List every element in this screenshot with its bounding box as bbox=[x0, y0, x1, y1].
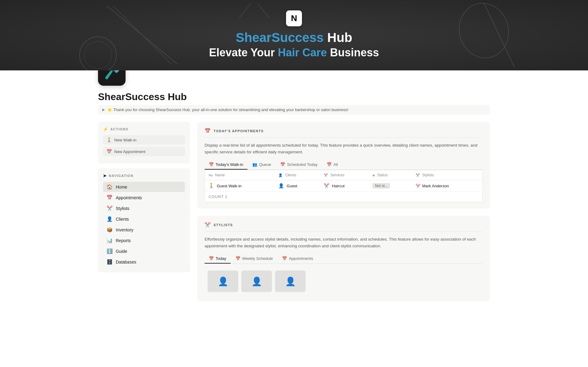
databases-icon: 🗄️ bbox=[107, 259, 113, 265]
stylists-card-icon: ✂️ bbox=[205, 222, 211, 228]
clients-icon: 👤 bbox=[107, 216, 113, 222]
appointments-table-wrapper: Aa Name 👤 Clients ✂️ Services bbox=[205, 170, 483, 202]
actions-section: ⚡ ACTIONS 🚶 New Walk-in 📅 New Appointmen… bbox=[98, 122, 190, 163]
row-name: 🚶 Guest Walk-in bbox=[205, 180, 275, 192]
tab-walkin-icon: 📅 bbox=[209, 162, 214, 167]
row-service: ✂️ Haircut bbox=[320, 180, 369, 192]
appointments-icon: 📅 bbox=[107, 195, 113, 200]
callout-arrow: ▶ bbox=[102, 108, 105, 112]
tab-queue-icon: 👥 bbox=[252, 162, 257, 167]
sidebar-item-stylists[interactable]: ✂️ Stylists bbox=[103, 203, 185, 213]
nav-inventory-label: Inventory bbox=[116, 227, 134, 232]
tab-all[interactable]: 📅 All bbox=[322, 160, 342, 170]
tab-appointments[interactable]: 📅 Appointments bbox=[278, 254, 318, 264]
stylist-tag: ✂️ Mark Anderson bbox=[416, 184, 479, 188]
header-subtitle: Elevate Your Hair Care Business bbox=[209, 46, 379, 60]
guest-avatar-icon: 👤 bbox=[278, 183, 284, 188]
preview-thumb-1: 👤 bbox=[208, 271, 238, 292]
tab-today[interactable]: 📅 Today bbox=[205, 254, 231, 264]
col-name: Aa Name bbox=[205, 170, 275, 180]
new-walkin-button[interactable]: 🚶 New Walk-in bbox=[103, 135, 185, 144]
sidebar-item-clients[interactable]: 👤 Clients bbox=[103, 214, 185, 224]
navigation-title: ➤ NAVIGATION bbox=[103, 173, 185, 178]
stylists-tabs: 📅 Today 📅 Weekly Schedule 📅 Appointments bbox=[205, 254, 483, 264]
appointments-card: 📅 TODAY'S APPOINTMENTS Display a real-ti… bbox=[197, 122, 490, 208]
row-client: 👤 Guest bbox=[275, 180, 320, 192]
nav-guide-label: Guide bbox=[116, 249, 127, 254]
count-cell: COUNT 1 bbox=[205, 192, 482, 202]
tab-weekly-icon: 📅 bbox=[236, 256, 240, 261]
sidebar-item-inventory[interactable]: 📦 Inventory bbox=[103, 225, 185, 235]
col-status-icon: ◈ bbox=[372, 173, 375, 177]
col-clients: 👤 Clients bbox=[275, 170, 320, 180]
nav-databases-label: Databases bbox=[116, 260, 136, 264]
stylists-card-title: ✂️ STYLISTS bbox=[205, 222, 483, 228]
col-status: ◈ Status bbox=[369, 170, 412, 180]
stylist-icon: ✂️ bbox=[416, 184, 420, 188]
svg-point-2 bbox=[80, 37, 116, 70]
sidebar-item-reports[interactable]: 📊 Reports bbox=[103, 235, 185, 245]
new-appointment-button[interactable]: 📅 New Appointment bbox=[103, 147, 185, 156]
svg-line-7 bbox=[257, 3, 270, 18]
tab-appt-icon: 📅 bbox=[282, 256, 287, 261]
tab-weekly-schedule[interactable]: 📅 Weekly Schedule bbox=[231, 254, 277, 264]
preview-thumb-3: 👤 bbox=[275, 271, 306, 292]
svg-line-1 bbox=[113, 6, 172, 64]
walkin-row-icon: 🚶 bbox=[209, 183, 214, 188]
svg-line-6 bbox=[239, 3, 251, 18]
main-content: 📅 TODAY'S APPOINTMENTS Display a real-ti… bbox=[197, 122, 490, 309]
page-title: ShearSuccess Hub bbox=[98, 91, 490, 103]
walkin-label: New Walk-in bbox=[114, 138, 136, 142]
svg-line-0 bbox=[107, 6, 178, 64]
walkin-icon: 🚶 bbox=[107, 137, 112, 142]
col-services-icon: ✂️ bbox=[324, 173, 328, 177]
nav-home-label: Home bbox=[116, 185, 127, 189]
nav-stylists-label: Stylists bbox=[116, 206, 129, 211]
tab-todays-walkin[interactable]: 📅 Today's Walk-in bbox=[205, 160, 247, 170]
tab-queue[interactable]: 👥 Queue bbox=[248, 160, 275, 170]
row-stylist: ✂️ Mark Anderson bbox=[412, 180, 482, 192]
notion-logo: N bbox=[286, 10, 302, 26]
sidebar-item-home[interactable]: 🏠 Home bbox=[103, 182, 185, 192]
col-clients-icon: 👤 bbox=[278, 173, 283, 177]
status-badge: Not st... bbox=[372, 183, 390, 189]
guide-icon: ℹ️ bbox=[107, 248, 113, 254]
col-services: ✂️ Services bbox=[320, 170, 369, 180]
tab-all-icon: 📅 bbox=[327, 162, 332, 167]
callout-text: ⭐ Thank you for choosing ShearSuccess Hu… bbox=[107, 107, 349, 112]
stylists-icon: ✂️ bbox=[107, 205, 113, 211]
col-name-icon: Aa bbox=[209, 173, 213, 177]
svg-line-5 bbox=[484, 3, 514, 67]
subtitle-callout[interactable]: ▶ ⭐ Thank you for choosing ShearSuccess … bbox=[98, 105, 490, 114]
appointments-table: Aa Name 👤 Clients ✂️ Services bbox=[205, 170, 482, 202]
sidebar-item-databases[interactable]: 🗄️ Databases bbox=[103, 257, 185, 267]
tab-scheduled-icon: 📅 bbox=[280, 162, 285, 167]
nav-reports-label: Reports bbox=[116, 238, 131, 243]
service-icon: ✂️ bbox=[324, 183, 330, 188]
home-icon: 🏠 bbox=[107, 184, 113, 190]
appointment-icon: 📅 bbox=[107, 149, 112, 154]
appointment-label: New Appointment bbox=[114, 149, 145, 154]
sidebar-item-appointments[interactable]: 📅 Appointments bbox=[103, 193, 185, 203]
stylists-description: Effortlessly organize and access stylist… bbox=[205, 236, 483, 249]
navigation-icon: ➤ bbox=[103, 173, 107, 178]
navigation-section: ➤ NAVIGATION 🏠 Home 📅 Appointments ✂️ St… bbox=[98, 168, 190, 272]
appointments-tabs: 📅 Today's Walk-in 👥 Queue 📅 Scheduled To… bbox=[205, 160, 483, 170]
stylists-preview: 👤 👤 👤 bbox=[205, 268, 483, 295]
tab-today-icon: 📅 bbox=[209, 256, 214, 261]
row-status: Not st... bbox=[369, 180, 412, 192]
header-banner: N ShearSuccess Hub Elevate Your Hair Car… bbox=[0, 0, 588, 70]
count-row: COUNT 1 bbox=[205, 192, 482, 202]
sidebar: ⚡ ACTIONS 🚶 New Walk-in 📅 New Appointmen… bbox=[98, 122, 190, 277]
col-stylists-icon: ✂️ bbox=[416, 173, 420, 177]
appointments-card-title: 📅 TODAY'S APPOINTMENTS bbox=[205, 128, 483, 134]
appointments-card-icon: 📅 bbox=[205, 128, 211, 134]
stylists-card: ✂️ STYLISTS Effortlessly organize and ac… bbox=[197, 216, 490, 301]
actions-title: ⚡ ACTIONS bbox=[103, 127, 185, 132]
tab-scheduled-today[interactable]: 📅 Scheduled Today bbox=[276, 160, 322, 170]
table-row[interactable]: 🚶 Guest Walk-in 👤 Guest ✂️ Haircut bbox=[205, 180, 482, 192]
svg-point-4 bbox=[453, 0, 514, 64]
nav-clients-label: Clients bbox=[116, 217, 129, 222]
appointments-divider bbox=[205, 137, 483, 138]
sidebar-item-guide[interactable]: ℹ️ Guide bbox=[103, 246, 185, 256]
